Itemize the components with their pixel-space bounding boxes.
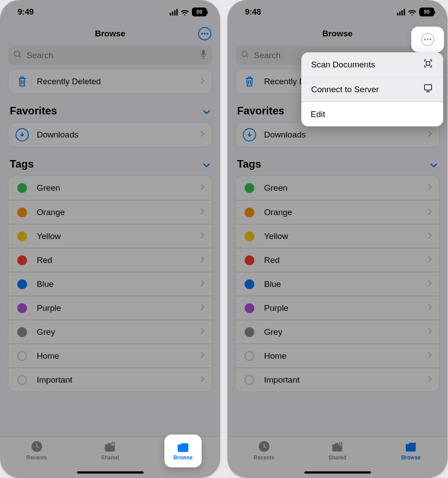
svg-point-6 xyxy=(242,51,247,56)
downloads-row[interactable]: Downloads xyxy=(8,123,212,147)
favorites-card: Downloads xyxy=(8,122,212,147)
chevron-right-icon xyxy=(200,256,205,265)
favorites-header[interactable]: Favorites xyxy=(8,94,212,122)
phone-right: 9:48 99 Browse xyxy=(227,0,448,478)
chevron-down-icon xyxy=(430,158,438,170)
tags-header[interactable]: Tags xyxy=(235,147,440,176)
tag-label: Green xyxy=(37,183,192,193)
tag-row[interactable]: Orange xyxy=(236,200,439,224)
tag-row[interactable]: Green xyxy=(8,176,212,200)
menu-connect-server[interactable]: Connect to Server xyxy=(301,77,443,102)
chevron-right-icon xyxy=(200,208,205,217)
chevron-right-icon xyxy=(200,77,205,86)
home-indicator[interactable] xyxy=(77,471,144,474)
tag-dot-icon xyxy=(245,208,254,217)
chevron-right-icon xyxy=(428,184,432,192)
status-time: 9:49 xyxy=(18,8,34,17)
chevron-right-icon xyxy=(200,280,205,289)
tag-dot-icon xyxy=(17,375,27,385)
nav-title: Browse xyxy=(95,29,125,39)
search-field[interactable] xyxy=(8,46,212,65)
status-bar: 9:49 99 xyxy=(0,0,220,24)
tag-row[interactable]: Yellow xyxy=(236,224,439,248)
chevron-right-icon xyxy=(428,328,432,337)
tag-label: Purple xyxy=(37,303,192,313)
browse-highlight-popup[interactable]: Browse xyxy=(164,435,202,467)
downloads-label: Downloads xyxy=(37,130,192,140)
tag-row[interactable]: Red xyxy=(8,248,212,272)
tag-label: Home xyxy=(37,351,192,361)
cellular-icon xyxy=(170,9,178,16)
tag-label: Red xyxy=(264,255,420,265)
tag-row[interactable]: Purple xyxy=(8,296,212,320)
tag-label: Grey xyxy=(264,327,420,337)
chevron-right-icon xyxy=(428,130,432,139)
svg-point-0 xyxy=(15,51,20,56)
more-icon xyxy=(421,33,434,46)
chevron-right-icon xyxy=(200,352,205,360)
menu-edit[interactable]: Edit xyxy=(301,102,443,126)
search-input[interactable] xyxy=(26,50,196,61)
chevron-right-icon xyxy=(428,280,432,289)
tag-dot-icon xyxy=(245,183,254,193)
tag-row[interactable]: Home xyxy=(8,344,212,368)
tag-label: Orange xyxy=(37,208,192,217)
chevron-right-icon xyxy=(428,304,432,313)
tag-row[interactable]: Important xyxy=(8,368,212,392)
nav-bar: Browse xyxy=(0,24,220,43)
battery-icon: 99 xyxy=(192,8,207,16)
tab-browse[interactable]: Browse xyxy=(391,440,431,478)
tag-row[interactable]: Blue xyxy=(8,272,212,296)
tag-row[interactable]: Home xyxy=(236,344,439,368)
tag-label: Important xyxy=(264,375,420,385)
wifi-icon xyxy=(408,9,417,16)
chevron-right-icon xyxy=(428,256,432,265)
chevron-down-icon xyxy=(203,158,210,170)
cellular-icon xyxy=(397,9,405,16)
tag-dot-icon xyxy=(17,255,27,265)
chevron-right-icon xyxy=(200,184,205,192)
tag-row[interactable]: Yellow xyxy=(8,224,212,248)
tag-row[interactable]: Grey xyxy=(8,320,212,344)
tag-row[interactable]: Grey xyxy=(236,320,439,344)
tags-header[interactable]: Tags xyxy=(8,147,212,176)
tag-dot-icon xyxy=(17,327,27,337)
tag-row[interactable]: Green xyxy=(236,176,439,200)
server-icon xyxy=(423,83,433,96)
chevron-right-icon xyxy=(428,208,432,217)
tag-label: Blue xyxy=(37,279,192,289)
chevron-right-icon xyxy=(200,130,205,139)
tag-row[interactable]: Purple xyxy=(236,296,439,320)
download-icon xyxy=(243,128,256,141)
chevron-down-icon xyxy=(203,105,210,117)
home-indicator[interactable] xyxy=(304,471,371,474)
downloads-row[interactable]: Downloads xyxy=(236,123,439,147)
context-menu: Scan Documents Connect to Server Edit xyxy=(301,52,443,126)
tab-recents[interactable]: Recents xyxy=(244,440,284,478)
mic-icon[interactable] xyxy=(200,50,207,62)
status-icons: 99 xyxy=(170,8,207,16)
download-icon xyxy=(16,128,29,141)
trash-icon xyxy=(243,75,256,88)
recently-deleted-row[interactable]: Recently Deleted xyxy=(8,70,212,94)
tab-recents[interactable]: Recents xyxy=(17,440,57,478)
menu-scan-documents[interactable]: Scan Documents xyxy=(301,52,443,77)
svg-rect-12 xyxy=(425,85,432,90)
tag-label: Red xyxy=(37,255,192,265)
tag-row[interactable]: Orange xyxy=(8,200,212,224)
tag-label: Important xyxy=(37,375,192,385)
scan-icon xyxy=(423,58,433,71)
chevron-right-icon xyxy=(200,376,205,384)
tag-dot-icon xyxy=(245,303,254,313)
more-button[interactable] xyxy=(198,27,211,40)
tag-row[interactable]: Important xyxy=(236,368,439,392)
tag-label: Yellow xyxy=(37,231,192,241)
tag-label: Green xyxy=(264,183,420,193)
more-button-highlight[interactable] xyxy=(411,27,444,52)
tag-row[interactable]: Blue xyxy=(236,272,439,296)
tag-dot-icon xyxy=(245,279,254,289)
tag-label: Yellow xyxy=(264,231,420,241)
tag-dot-icon xyxy=(17,303,27,313)
tag-row[interactable]: Red xyxy=(236,248,439,272)
chevron-right-icon xyxy=(200,232,205,241)
